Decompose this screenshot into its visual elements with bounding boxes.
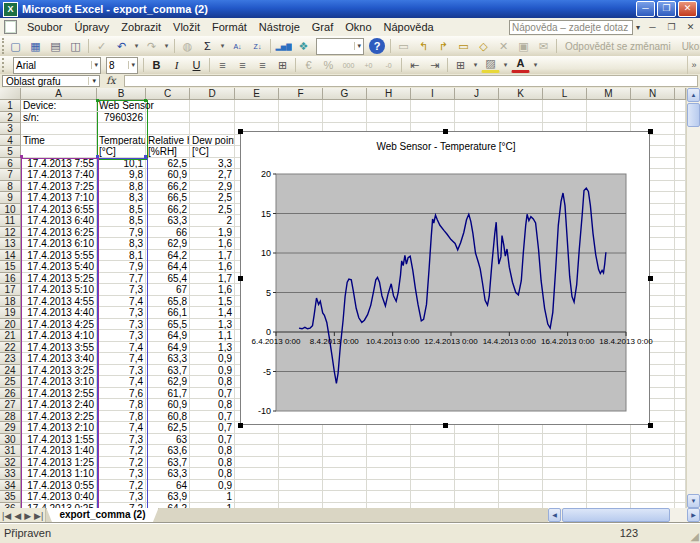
cell[interactable]: 7,3 — [97, 468, 146, 480]
redo-dropdown-icon[interactable]: ▾ — [162, 42, 171, 50]
cell[interactable] — [675, 480, 686, 492]
cell[interactable] — [323, 468, 367, 480]
cell[interactable]: 66,2 — [146, 181, 190, 193]
cell[interactable] — [675, 123, 686, 135]
cell[interactable] — [675, 342, 686, 354]
cell[interactable]: 60,8 — [146, 411, 190, 423]
cell[interactable]: [°C] — [97, 146, 146, 158]
chart-selection-handle[interactable] — [648, 129, 653, 134]
cell[interactable]: [%RH] — [146, 146, 190, 158]
cell[interactable]: 7,4 — [97, 353, 146, 365]
cell[interactable]: 0,9 — [190, 365, 235, 377]
cell[interactable]: 7,3 — [97, 330, 146, 342]
cell[interactable] — [367, 468, 411, 480]
cell[interactable]: 66,2 — [146, 204, 190, 216]
cell[interactable] — [411, 491, 455, 503]
cell[interactable]: 62,5 — [146, 422, 190, 434]
cell[interactable] — [455, 445, 499, 457]
tab-next-icon[interactable]: ▶ — [24, 511, 31, 521]
cell[interactable] — [367, 457, 411, 469]
cell[interactable]: 63,3 — [146, 215, 190, 227]
name-box[interactable]: Oblast grafu ▾ — [2, 75, 100, 87]
cell[interactable] — [675, 181, 686, 193]
cell[interactable]: 63,3 — [146, 468, 190, 480]
toolbar-options-icon[interactable]: » — [687, 56, 700, 74]
cell[interactable]: 9,8 — [97, 169, 146, 181]
menu-item[interactable]: Nástroje — [253, 19, 306, 35]
cell[interactable] — [675, 376, 686, 388]
save-icon[interactable]: ▦ — [26, 38, 45, 55]
range-handle[interactable] — [96, 99, 99, 102]
cell[interactable]: Dew point — [190, 135, 235, 147]
help-icon[interactable]: ? — [369, 38, 385, 54]
drawing-icon[interactable]: ❖ — [294, 38, 313, 55]
cell[interactable] — [543, 457, 587, 469]
borders-dropdown-icon[interactable]: ▾ — [471, 61, 480, 69]
row-header-29[interactable]: 29 — [0, 422, 21, 434]
cell[interactable]: 17.4.2013 3:25 — [21, 365, 97, 377]
row-header-16[interactable]: 16 — [0, 273, 21, 285]
cell[interactable]: 8,5 — [97, 204, 146, 216]
cell[interactable] — [587, 491, 631, 503]
cell[interactable] — [97, 123, 146, 135]
cell[interactable]: 0,7 — [190, 434, 235, 446]
row-header-18[interactable]: 18 — [0, 296, 21, 308]
fill-color-icon[interactable]: ▨ — [481, 57, 500, 73]
cell[interactable] — [543, 491, 587, 503]
cell[interactable] — [675, 215, 686, 227]
hyperlink-icon[interactable]: ◍ — [178, 38, 197, 55]
row-header-6[interactable]: 6 — [0, 158, 21, 170]
cell[interactable]: 63,7 — [146, 457, 190, 469]
cell[interactable]: 7,9 — [97, 261, 146, 273]
cell[interactable]: 65,8 — [146, 296, 190, 308]
decrease-decimal-icon[interactable]: -0 — [379, 57, 398, 74]
row-header-35[interactable]: 35 — [0, 491, 21, 503]
row-header-1[interactable]: 1 — [0, 100, 21, 112]
cell[interactable] — [323, 112, 367, 124]
cell[interactable]: 7,4 — [97, 296, 146, 308]
menu-item[interactable]: Formát — [206, 19, 253, 35]
cell[interactable] — [235, 434, 279, 446]
cell[interactable] — [367, 480, 411, 492]
cell[interactable]: 17.4.2013 1:40 — [21, 445, 97, 457]
cell[interactable]: 0,9 — [190, 353, 235, 365]
name-box-dropdown-icon[interactable]: ▾ — [88, 77, 99, 85]
cell[interactable] — [279, 100, 323, 112]
row-header-30[interactable]: 30 — [0, 434, 21, 446]
font-size-combo[interactable]: 8▾ — [106, 57, 138, 74]
cell[interactable] — [411, 112, 455, 124]
cell[interactable]: 17.4.2013 1:55 — [21, 434, 97, 446]
cell[interactable] — [675, 169, 686, 181]
vertical-scroll-thumb[interactable] — [687, 103, 700, 127]
cell[interactable] — [499, 457, 543, 469]
cell[interactable] — [323, 434, 367, 446]
minimize-button[interactable]: ─ — [636, 1, 655, 17]
column-header-B[interactable]: B — [97, 88, 146, 100]
cell[interactable] — [631, 112, 675, 124]
cell[interactable] — [631, 434, 675, 446]
cell[interactable]: Time — [21, 135, 97, 147]
delete-comment-icon[interactable]: ✕ — [494, 38, 513, 55]
row-header-26[interactable]: 26 — [0, 388, 21, 400]
cell[interactable] — [675, 411, 686, 423]
cell[interactable]: 7960326 — [97, 112, 146, 124]
respond-with-changes-button[interactable]: Odpovědět se změnami — [560, 40, 676, 53]
autosum-dropdown-icon[interactable]: ▾ — [218, 42, 227, 50]
increase-indent-icon[interactable]: ⇥ — [425, 57, 444, 74]
range-handle[interactable] — [20, 155, 23, 158]
cell[interactable] — [631, 468, 675, 480]
cell[interactable] — [411, 434, 455, 446]
cell[interactable] — [279, 480, 323, 492]
range-handle[interactable] — [96, 155, 99, 158]
cell[interactable] — [499, 100, 543, 112]
cell[interactable] — [279, 468, 323, 480]
row-header-31[interactable]: 31 — [0, 445, 21, 457]
cell[interactable]: 1,9 — [190, 227, 235, 239]
cell[interactable] — [411, 445, 455, 457]
cell[interactable] — [190, 112, 235, 124]
cell[interactable] — [279, 112, 323, 124]
cell[interactable]: 7,8 — [97, 399, 146, 411]
cell[interactable] — [455, 491, 499, 503]
cell[interactable] — [499, 468, 543, 480]
cell[interactable] — [279, 445, 323, 457]
